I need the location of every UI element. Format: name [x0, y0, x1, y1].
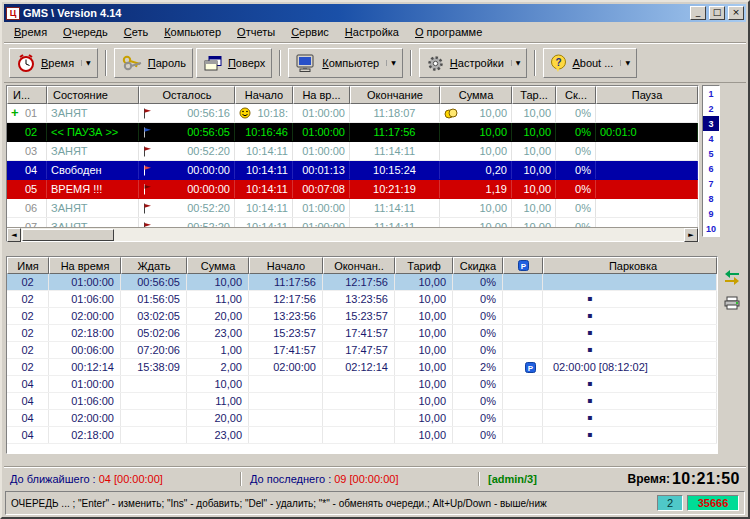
- title-bar[interactable]: Ц GMS \ Version 4.14 _ □ ×: [4, 4, 746, 22]
- selector-item-6[interactable]: 6: [703, 161, 719, 176]
- col-header-sum[interactable]: Сумма: [440, 86, 512, 104]
- about-button[interactable]: ? About ... ▼: [543, 48, 637, 78]
- qcol-header-start[interactable]: Начало: [249, 257, 323, 274]
- menu-item-reports[interactable]: Отчеты: [229, 23, 283, 41]
- qcol-header-name[interactable]: Имя: [7, 257, 49, 274]
- col-header-remaining[interactable]: Осталось: [139, 86, 235, 104]
- qcol-header-rate[interactable]: Тариф: [395, 257, 453, 274]
- close-button[interactable]: ×: [728, 6, 744, 20]
- qcell-parking: ▪: [543, 427, 717, 443]
- queue-section: Имя На время Ждать Сумма Начало Окончан.…: [4, 256, 746, 466]
- maximize-button[interactable]: □: [709, 6, 725, 20]
- qcell-wait: [121, 427, 187, 443]
- queue-row-8[interactable]: 04 01:06:00 11,00 10,00 0% ▪: [7, 393, 717, 410]
- cell-finish: 11:14:11: [350, 142, 440, 160]
- col-header-rate[interactable]: Тар...: [512, 86, 556, 104]
- parking-dot: ▪: [587, 346, 592, 354]
- computer-row-04[interactable]: 04 Свободен 00:00:00 10:14:11 00:01:13 1…: [7, 161, 698, 180]
- qcell-wait: 05:02:06: [121, 325, 187, 341]
- menu-item-queue[interactable]: Очередь: [55, 23, 116, 41]
- computer-row-07[interactable]: 07 ЗАНЯТ 00:52:20 10:14:11 01:00:00 11:1…: [7, 218, 698, 227]
- selector-item-1[interactable]: 1: [703, 86, 719, 101]
- time-button[interactable]: Время ▼: [9, 48, 98, 78]
- qcell-rate: 10,00: [395, 359, 453, 375]
- cell-pause: 00:01:0: [596, 123, 698, 141]
- horizontal-scrollbar[interactable]: ◄ ►: [7, 227, 698, 241]
- queue-row-7[interactable]: 04 01:00:00 10,00 10,00 0% ▪: [7, 376, 717, 393]
- queue-row-5[interactable]: 02 00:06:00 07:20:06 1,00 17:41:57 17:47…: [7, 342, 717, 359]
- selector-item-4[interactable]: 4: [703, 131, 719, 146]
- queue-row-1[interactable]: 02 01:00:00 00:56:05 10,00 11:17:56 12:1…: [7, 274, 717, 291]
- queue-row-4[interactable]: 02 02:18:00 05:02:06 23,00 15:23:57 17:4…: [7, 325, 717, 342]
- cell-computer-id: +01: [7, 104, 47, 122]
- menu-item-service[interactable]: Сервис: [283, 23, 337, 41]
- qcell-parking: ▪: [543, 308, 717, 324]
- qcol-header-finish[interactable]: Окончан..: [323, 257, 395, 274]
- about-button-label: About ...: [572, 57, 613, 69]
- qcol-header-sum[interactable]: Сумма: [187, 257, 249, 274]
- cell-pause: [596, 161, 698, 179]
- cell-computer-id: 04: [7, 161, 47, 179]
- qcell-fortime: 00:12:14: [49, 359, 121, 375]
- password-button[interactable]: Пароль: [114, 48, 193, 78]
- col-header-state[interactable]: Состояние: [47, 86, 139, 104]
- cell-computer-id: 02: [7, 123, 47, 141]
- selector-item-10[interactable]: 10: [703, 221, 719, 236]
- computer-button[interactable]: Компьютер ▼: [288, 48, 403, 78]
- queue-row-2[interactable]: 02 01:06:00 01:56:05 11,00 12:17:56 13:2…: [7, 291, 717, 308]
- qcell-wait: 07:20:06: [121, 342, 187, 358]
- qcol-header-parking[interactable]: Парковка: [543, 257, 717, 274]
- col-header-finish[interactable]: Окончание: [350, 86, 440, 104]
- qcell-parking-flag: [503, 342, 543, 358]
- computer-row-01[interactable]: +01 ЗАНЯТ 00:56:16 10:18: 01:00:00 11:18…: [7, 104, 698, 123]
- settings-button[interactable]: Настройки ▼: [419, 48, 528, 78]
- ontop-button[interactable]: Поверх: [196, 48, 272, 78]
- computer-row-03[interactable]: 03 ЗАНЯТ 00:52:20 10:14:11 01:00:00 11:1…: [7, 142, 698, 161]
- queue-row-3[interactable]: 02 02:00:00 03:02:05 20,00 13:23:56 15:2…: [7, 308, 717, 325]
- selector-item-7[interactable]: 7: [703, 176, 719, 191]
- scroll-left-button[interactable]: ◄: [7, 228, 21, 242]
- scrollbar-thumb[interactable]: [22, 229, 114, 241]
- qcell-start: [249, 393, 323, 409]
- col-header-start[interactable]: Начало: [235, 86, 293, 104]
- computer-row-06[interactable]: 06 ЗАНЯТ 00:52:20 10:14:11 01:00:00 11:1…: [7, 199, 698, 218]
- scroll-right-button[interactable]: ►: [684, 228, 698, 242]
- qcol-header-discount[interactable]: Скидка: [453, 257, 503, 274]
- qcol-header-wait[interactable]: Ждать: [121, 257, 187, 274]
- menu-item-network[interactable]: Сеть: [116, 23, 156, 41]
- queue-row-6[interactable]: 02 00:12:14 15:38:09 2,00 02:00:00 02:12…: [7, 359, 717, 376]
- computer-row-02[interactable]: 02 << ПАУЗА >> 00:56:05 10:16:46 01:00:0…: [7, 123, 698, 142]
- selector-item-9[interactable]: 9: [703, 206, 719, 221]
- computer-row-05[interactable]: 05 ВРЕМЯ !!! 00:00:00 10:14:11 00:07:08 …: [7, 180, 698, 199]
- selector-item-3[interactable]: 3: [703, 116, 719, 131]
- toolbar-separator: [410, 50, 412, 76]
- qcol-header-parking-icon[interactable]: P: [503, 257, 543, 274]
- menu-item-about[interactable]: О программе: [407, 23, 490, 41]
- minimize-button[interactable]: _: [690, 6, 706, 20]
- menu-item-computer[interactable]: Компьютер: [156, 23, 229, 41]
- svg-text:?: ?: [556, 57, 562, 68]
- cell-discount: 0%: [556, 123, 596, 141]
- col-header-discount[interactable]: Ск...: [556, 86, 596, 104]
- qcell-name: 02: [7, 325, 49, 341]
- col-header-id[interactable]: И...: [7, 86, 47, 104]
- splitter[interactable]: [4, 246, 746, 256]
- menu-item-time[interactable]: Время: [6, 23, 55, 41]
- exchange-queues-button[interactable]: [722, 268, 742, 286]
- qcell-wait: 15:38:09: [121, 359, 187, 375]
- selector-item-8[interactable]: 8: [703, 191, 719, 206]
- qcol-header-fortime[interactable]: На время: [49, 257, 121, 274]
- cell-remaining: 00:00:00: [139, 161, 235, 179]
- selector-item-2[interactable]: 2: [703, 101, 719, 116]
- col-header-ontime[interactable]: На вр...: [293, 86, 350, 104]
- menu-item-settings[interactable]: Настройка: [337, 23, 407, 41]
- col-header-pause[interactable]: Пауза: [596, 86, 698, 104]
- queue-row-10[interactable]: 04 02:18:00 23,00 10,00 0% ▪: [7, 427, 717, 444]
- qcell-discount: 2%: [453, 359, 503, 375]
- print-queue-button[interactable]: [722, 294, 742, 312]
- cell-ontime: 01:00:00: [293, 104, 350, 122]
- qcell-name: 02: [7, 274, 49, 290]
- queue-row-9[interactable]: 04 02:00:00 20,00 10,00 0% ▪: [7, 410, 717, 427]
- qcell-name: 04: [7, 427, 49, 443]
- selector-item-5[interactable]: 5: [703, 146, 719, 161]
